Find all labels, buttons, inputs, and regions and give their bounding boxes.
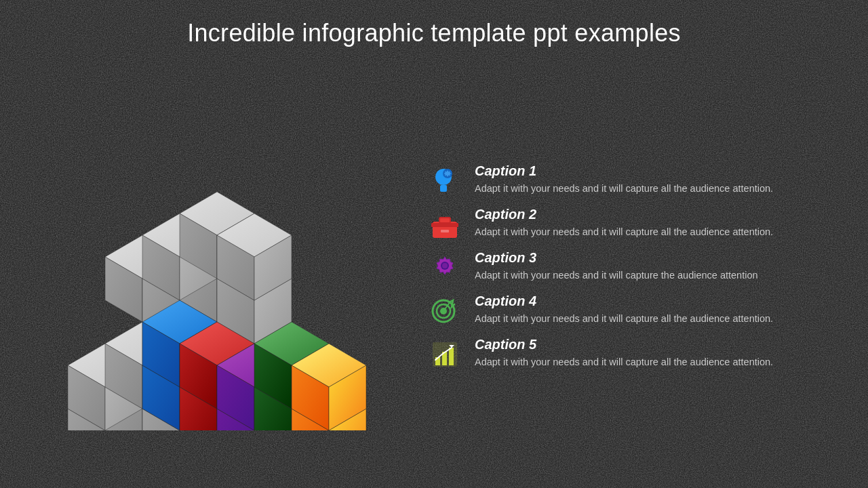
svg-point-145	[442, 263, 448, 268]
caption-text-2: Caption 2 Adapt it with your needs and i…	[475, 207, 834, 239]
caption-body-5: Adapt it with your needs and it will cap…	[475, 355, 834, 369]
caption-body-3: Adapt it with your needs and it will cap…	[475, 268, 834, 283]
caption-item-4: Caption 4 Adapt it with your needs and i…	[427, 293, 834, 329]
caption-text-1: Caption 1 Adapt it with your needs and i…	[475, 163, 834, 196]
caption-title-4: Caption 4	[475, 293, 834, 309]
cube-svg	[61, 105, 373, 430]
caption-body-4: Adapt it with your needs and it will cap…	[475, 312, 834, 326]
brain-icon	[427, 163, 462, 199]
chart-icon	[427, 337, 462, 372]
caption-item-5: Caption 5 Adapt it with your needs and i…	[427, 337, 834, 372]
main-content: Caption 1 Adapt it with your needs and i…	[0, 54, 868, 481]
briefcase-icon	[427, 207, 462, 242]
gear-icon	[427, 250, 462, 285]
captions-section: Caption 1 Adapt it with your needs and i…	[407, 163, 848, 372]
caption-text-3: Caption 3 Adapt it with your needs and i…	[475, 250, 834, 283]
svg-rect-143	[441, 230, 449, 232]
caption-title-5: Caption 5	[475, 337, 834, 352]
caption-body-2: Adapt it with your needs and it will cap…	[475, 225, 834, 239]
caption-title-2: Caption 2	[475, 207, 834, 222]
caption-item-3: Caption 3 Adapt it with your needs and i…	[427, 250, 834, 285]
cube-illustration	[27, 54, 407, 481]
cube-container	[61, 105, 373, 430]
caption-body-1: Adapt it with your needs and it will cap…	[475, 182, 834, 196]
svg-rect-142	[439, 218, 450, 223]
caption-title-1: Caption 1	[475, 163, 834, 179]
caption-text-4: Caption 4 Adapt it with your needs and i…	[475, 293, 834, 326]
caption-item-1: Caption 1 Adapt it with your needs and i…	[427, 163, 834, 199]
target-icon	[427, 293, 462, 329]
caption-item-2: Caption 2 Adapt it with your needs and i…	[427, 207, 834, 242]
caption-title-3: Caption 3	[475, 250, 834, 266]
page-title: Incredible infographic template ppt exam…	[0, 0, 868, 54]
caption-text-5: Caption 5 Adapt it with your needs and i…	[475, 337, 834, 369]
svg-rect-152	[449, 348, 454, 365]
svg-rect-139	[440, 185, 447, 192]
